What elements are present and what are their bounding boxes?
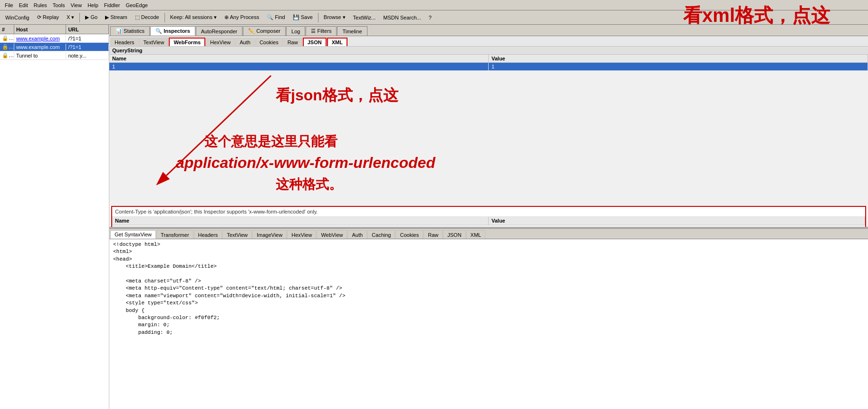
- rtab-json[interactable]: JSON: [443, 230, 465, 239]
- code-line-13: padding: 0;: [113, 329, 864, 336]
- session-row-2[interactable]: 🔒 2 www.example.com /?1=1: [0, 43, 109, 51]
- replay-button[interactable]: ⟳ Replay: [34, 12, 62, 23]
- menu-geoedge[interactable]: GeoEdge: [123, 1, 150, 9]
- annot-json-text: 看json格式，点这: [276, 85, 398, 106]
- help-button[interactable]: ?: [425, 12, 435, 23]
- msdn-button[interactable]: MSDN Search...: [380, 12, 424, 23]
- rtab-syntaxview[interactable]: Get SyntaxView: [110, 230, 156, 239]
- tab-inspectors[interactable]: 🔍 Inspectors: [150, 26, 195, 36]
- tab-log[interactable]: Log: [286, 26, 305, 36]
- decode-button[interactable]: ⬚ Decode: [132, 12, 163, 23]
- save-button[interactable]: 💾 Save: [289, 12, 316, 23]
- session-host-3: Tunnel to: [14, 52, 67, 59]
- itab-hexview[interactable]: HexView: [206, 38, 235, 46]
- itab-webforms[interactable]: WebForms: [169, 38, 205, 46]
- response-code-view[interactable]: <!doctype html> <html> <head> <title>Exa…: [109, 239, 868, 409]
- rtab-textview[interactable]: TextView: [222, 230, 252, 239]
- find-button[interactable]: 🔍 Find: [263, 12, 288, 23]
- winconfig-button[interactable]: WinConfig: [2, 12, 33, 23]
- menu-help[interactable]: Help: [85, 1, 101, 9]
- textwiz-button[interactable]: TextWiz...: [350, 12, 379, 23]
- response-tab-bar: Get SyntaxView Transformer Headers TextV…: [109, 229, 868, 239]
- session-url-2: /?1=1: [66, 44, 109, 50]
- keep-button[interactable]: Keep: All sessions ▾: [167, 12, 220, 23]
- menu-view[interactable]: View: [68, 1, 85, 9]
- x-button[interactable]: X ▾: [63, 12, 77, 23]
- qs-value-1: 1: [489, 63, 868, 70]
- rtab-cookies[interactable]: Cookies: [395, 230, 423, 239]
- qs-row-1[interactable]: 1 1: [109, 63, 868, 71]
- tab-composer[interactable]: ✏️ Composer: [243, 26, 286, 36]
- session-host-1[interactable]: www.example.com: [14, 35, 67, 42]
- rtab-headers[interactable]: Headers: [194, 230, 222, 239]
- request-body-box: Content-Type is 'application/json'; this…: [111, 206, 866, 227]
- rtab-xml[interactable]: XML: [466, 230, 486, 239]
- rtab-auth[interactable]: Auth: [347, 230, 367, 239]
- itab-xml[interactable]: XML: [327, 38, 347, 46]
- menu-tools[interactable]: Tools: [50, 1, 68, 9]
- session-row-3[interactable]: 🔒 3 Tunnel to note.y...: [0, 51, 109, 60]
- session-row-1[interactable]: 🔒 1 www.example.com /?1=1: [0, 34, 109, 43]
- session-num-3: 🔒 3: [0, 52, 14, 59]
- code-line-1: <!doctype html>: [113, 241, 864, 248]
- menu-rules[interactable]: Rules: [31, 1, 50, 9]
- sep1: [79, 13, 80, 22]
- session-url-3: note.y...: [66, 52, 109, 59]
- inspector-tabs: Headers TextView WebForms HexView Auth C…: [109, 36, 868, 47]
- sessions-header: # Host URL: [0, 25, 109, 34]
- col-header-num: #: [0, 25, 14, 34]
- any-process-button[interactable]: ⊕ Any Process: [221, 12, 262, 23]
- svg-line-1: [166, 76, 271, 175]
- session-host-2[interactable]: www.example.com: [14, 44, 67, 50]
- code-line-8: <meta name="viewport" content="width=dev…: [113, 292, 864, 300]
- qs-name-header: Name: [109, 55, 489, 62]
- menu-edit[interactable]: Edit: [16, 1, 31, 9]
- code-line-5: [113, 271, 864, 278]
- itab-json[interactable]: JSON: [303, 38, 327, 46]
- sep3: [318, 13, 318, 22]
- tab-filters[interactable]: ☰ Filters: [306, 26, 337, 36]
- go-button[interactable]: ▶ Go: [82, 12, 101, 23]
- rtab-raw[interactable]: Raw: [424, 230, 443, 239]
- rtab-hexview[interactable]: HexView: [287, 230, 316, 239]
- tab-autoresponder[interactable]: AutoResponder: [196, 26, 242, 36]
- request-body-message: Content-Type is 'application/json'; this…: [112, 207, 865, 217]
- session-url-1: /?1=1: [66, 35, 109, 42]
- code-line-11: background-color: #f0f0f2;: [113, 314, 864, 321]
- code-line-4: <title>Example Domain</title>: [113, 263, 864, 270]
- right-panel: 📊 Statistics 🔍 Inspectors AutoResponder …: [109, 25, 868, 409]
- annotation-overlay: 看json格式，点这 这个意思是这里只能看 application/x-www-…: [109, 71, 868, 204]
- sessions-panel: # Host URL 🔒 1 www.example.com /?1=1 🔒 2…: [0, 25, 109, 409]
- itab-auth[interactable]: Auth: [235, 38, 255, 46]
- stream-button[interactable]: ▶ Stream: [102, 12, 131, 23]
- itab-raw[interactable]: Raw: [283, 38, 302, 46]
- rtab-transformer[interactable]: Transformer: [156, 230, 193, 239]
- querystring-label: QueryString: [109, 47, 868, 55]
- querystring-table-header: Name Value: [109, 55, 868, 63]
- code-line-6: <meta charset="utf-8" />: [113, 278, 864, 285]
- tab-timeline[interactable]: Timeline: [337, 26, 367, 36]
- code-line-7: <meta http-equiv="Content-type" content=…: [113, 285, 864, 292]
- annot-bottom-2: application/x-www-form-urlencoded: [176, 154, 435, 172]
- itab-cookies[interactable]: Cookies: [255, 38, 283, 46]
- arrow-svg: [109, 71, 299, 214]
- code-line-10: body {: [113, 307, 864, 314]
- rtab-webview[interactable]: WebView: [317, 230, 347, 239]
- col-header-url: URL: [66, 25, 109, 34]
- rb-empty-row: [112, 225, 865, 227]
- itab-textview[interactable]: TextView: [139, 38, 169, 46]
- rb-value-header: Value: [489, 217, 865, 225]
- menu-fiddler[interactable]: Fiddler: [101, 1, 123, 9]
- session-num-1: 🔒 1: [0, 35, 14, 42]
- code-line-9: <style type="text/css">: [113, 300, 864, 307]
- code-line-2: <html>: [113, 248, 864, 255]
- menu-file[interactable]: File: [2, 1, 16, 9]
- sep2: [164, 13, 165, 22]
- tab-statistics[interactable]: 📊 Statistics: [110, 26, 150, 36]
- browse-button[interactable]: Browse ▾: [320, 12, 349, 23]
- rtab-imageview[interactable]: ImageView: [252, 230, 287, 239]
- annot-bottom-3: 这种格式。: [276, 175, 342, 194]
- itab-headers[interactable]: Headers: [110, 38, 139, 46]
- col-header-host: Host: [14, 25, 67, 34]
- rtab-caching[interactable]: Caching: [367, 230, 395, 239]
